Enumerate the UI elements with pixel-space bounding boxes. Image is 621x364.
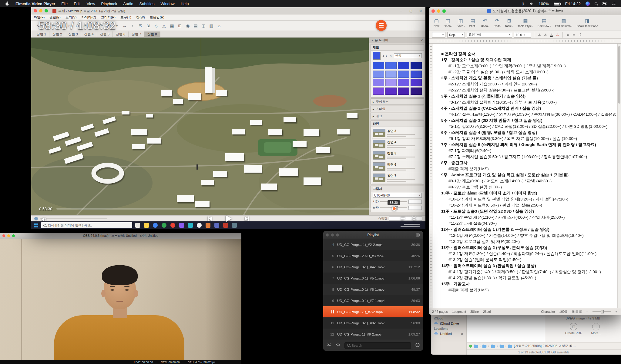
color-swatch[interactable] <box>411 62 422 69</box>
hwp-toolbar-button[interactable]: ▤ Print <box>467 18 479 28</box>
sketchup-menu-item[interactable]: 창(W) <box>134 15 147 20</box>
close-window-button[interactable] <box>2 234 5 237</box>
playlist-item[interactable]: UD_CG-Progr...-1)_#7-2.mp4 1:08:32 <box>323 306 423 317</box>
document-page[interactable]: ■ 온라인 강의 순서1주 - 강의소개 / 실습 및 재택수업 과제#1-1강… <box>433 44 617 308</box>
sketchup-tool-icon[interactable]: ◫ <box>200 22 207 29</box>
zoom-in-icon[interactable]: ＋ <box>615 309 618 314</box>
play-button[interactable] <box>224 214 233 223</box>
font-color-icon[interactable]: A <box>556 33 560 37</box>
color-swatch[interactable] <box>411 79 422 86</box>
align-center-icon[interactable]: ≣ <box>572 33 576 37</box>
playlist-search-box[interactable] <box>344 342 411 349</box>
playlist-item[interactable]: 11 UD_CG-Progr...0-1)_#9-1.mov 56:00 <box>323 317 423 329</box>
sketchup-menu-item[interactable]: 파일(F) <box>31 15 47 20</box>
tray-section-header[interactable]: ▸ 구성요소 <box>371 98 424 105</box>
color-swatch[interactable] <box>373 71 384 78</box>
zoom-window-button[interactable] <box>45 9 48 12</box>
obs-window-controls[interactable] <box>2 234 15 237</box>
bluetooth-icon[interactable]: ᛒ <box>522 2 525 6</box>
materials-dropdown[interactable]: 색상▾ <box>394 53 422 58</box>
playlist-toggle-icon[interactable] <box>400 216 406 221</box>
menu-bar-item[interactable]: Audio <box>123 2 133 6</box>
hwp-toolbar-button[interactable]: ▦ Table Style <box>515 18 535 28</box>
color-swatch[interactable] <box>411 71 422 78</box>
tray-section-header[interactable]: ▸ 태그 <box>371 113 424 119</box>
battery-icon[interactable] <box>554 2 560 5</box>
materials-panel-header[interactable]: 재질 <box>371 45 424 51</box>
win-close-icon[interactable]: ✕ <box>416 9 425 13</box>
webcam-preview[interactable] <box>0 239 241 360</box>
active-app-name[interactable]: Elmedia Video Player <box>15 2 55 6</box>
hwp-window-controls[interactable] <box>431 9 446 13</box>
playlist-panel-icon[interactable] <box>416 233 420 238</box>
menu-bar-item[interactable]: Help <box>181 2 189 6</box>
color-swatch[interactable] <box>398 88 409 95</box>
time-value-box[interactable] <box>408 200 422 204</box>
underline-icon[interactable]: A <box>549 33 554 37</box>
close-window-button[interactable] <box>326 233 329 237</box>
color-swatch[interactable] <box>373 88 384 95</box>
control-center-icon[interactable] <box>602 2 607 6</box>
hwp-toolbar-button[interactable]: ◨ Show Task Pane <box>575 18 600 28</box>
style-dropdown[interactable]: ▾ <box>432 32 445 38</box>
color-swatch[interactable] <box>385 71 397 78</box>
menu-bar-item[interactable]: Playback <box>101 2 117 6</box>
scene-tab[interactable]: 장면 2 <box>49 31 65 37</box>
tray-section-header[interactable]: ▸ 스타일 <box>371 106 424 112</box>
playlist-item[interactable]: 6 UD_CG-Progr...0-1)_#4-1.mov 1:07:12 <box>323 261 423 273</box>
hamburger-menu-icon[interactable] <box>376 20 387 31</box>
horizontal-ruler[interactable] <box>429 39 621 44</box>
sketchup-tool-icon[interactable]: ▥ <box>208 22 215 29</box>
playlist-item[interactable]: 4 UD_CG-Progr...-1)_#2-2.mp4 30:36 <box>323 239 423 250</box>
scene-tab[interactable]: 장면 4 <box>81 31 97 37</box>
previous-button[interactable] <box>206 215 213 222</box>
playlist-titlebar[interactable]: Playlist <box>323 231 423 239</box>
view-mode-icons[interactable]: ▣ ▤ ◫ <box>572 310 582 313</box>
sketchup-menu-item[interactable]: 그리기(R) <box>99 15 118 20</box>
playlist-search-input[interactable] <box>352 344 409 347</box>
repeat-icon[interactable] <box>335 342 341 348</box>
sketchup-tool-icon[interactable]: ◉ <box>184 22 191 29</box>
minimize-window-button[interactable] <box>331 233 334 237</box>
sketchup-viewport[interactable] <box>31 38 369 215</box>
scene-tab[interactable]: 장면 1 <box>34 31 49 37</box>
italic-icon[interactable]: A <box>543 33 548 37</box>
sidebar-item[interactable]: Untitled ⏏ <box>431 331 466 336</box>
win-maximize-icon[interactable]: ▢ <box>406 9 416 13</box>
shuffle-icon[interactable] <box>326 342 331 348</box>
menu-bar-item[interactable]: Edit <box>74 2 80 6</box>
path-crumb[interactable] <box>499 344 504 348</box>
shadows-panel-header[interactable]: 그림자 <box>371 186 424 192</box>
close-window-button[interactable] <box>34 9 37 12</box>
sketchup-titlebar[interactable]: 무제 - SketchUp 프로 2020 (평가판 2일 남음) ─ ▢ ✕ <box>31 7 425 15</box>
minimize-window-button[interactable] <box>7 234 10 237</box>
sketchup-tool-icon[interactable]: ◇ <box>153 22 160 29</box>
eject-icon[interactable]: ⏏ <box>461 332 463 335</box>
zoom-window-button[interactable] <box>442 9 446 13</box>
playlist-window-controls[interactable] <box>326 233 339 237</box>
hwp-toolbar-button[interactable]: ⊞ Table <box>503 18 515 28</box>
playlist-item[interactable]: 9 UD_CG-Progr...0-1)_#7-1.mp4 29:03 <box>323 295 423 306</box>
menu-bar-item[interactable]: Window <box>160 2 174 6</box>
color-swatch[interactable] <box>373 79 384 86</box>
playlist-item[interactable]: 12 UD_CG-Progr..-1)_#9-2.mov 1:09:27 <box>323 329 423 340</box>
scene-tab[interactable]: 장면 5 <box>97 31 113 37</box>
sketchup-menu-item[interactable]: 도움말(H) <box>147 15 167 20</box>
sketchup-tool-icon[interactable]: △ <box>160 22 168 29</box>
tray-title[interactable]: 기본 트레이 ✕ <box>369 38 425 43</box>
path-crumb-current[interactable]: [권형준-21925998] 21925998 권형준 최… <box>508 344 576 348</box>
siri-icon[interactable] <box>586 2 590 6</box>
bold-icon[interactable]: A <box>537 33 542 37</box>
sketchup-menu-item[interactable]: 편집(E) <box>47 15 63 20</box>
color-swatch[interactable] <box>398 79 409 86</box>
scene-thumbnail-item[interactable]: 장면 6 <box>372 161 422 172</box>
hwp-toolbar-button[interactable]: ▥ Edit Column <box>553 18 574 28</box>
utc-dropdown[interactable]: UTC+09:00▾ <box>373 193 422 198</box>
next-button[interactable] <box>244 215 250 222</box>
minimize-window-button[interactable] <box>437 9 440 13</box>
close-window-button[interactable] <box>431 9 435 13</box>
color-swatch[interactable] <box>411 88 422 95</box>
sketchup-menu-item[interactable]: 카메라(C) <box>79 15 98 20</box>
obs-titlebar[interactable]: OBS 24.0.6 (mac) - 프로파일: Untitled - 장면: … <box>0 233 241 239</box>
spotlight-icon[interactable] <box>595 2 597 5</box>
